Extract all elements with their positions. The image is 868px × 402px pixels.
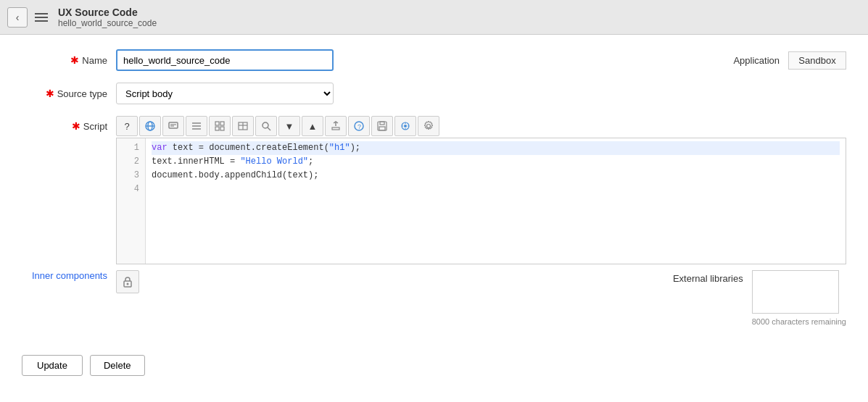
name-label-group: ✱ Name bbox=[22, 54, 116, 66]
svg-point-31 bbox=[427, 125, 431, 128]
header-subtitle: hello_world_source_code bbox=[58, 18, 157, 28]
header-title-area: UX Source Code hello_world_source_code bbox=[58, 7, 157, 28]
external-libraries-input[interactable] bbox=[752, 270, 839, 314]
network-button[interactable] bbox=[394, 116, 416, 136]
code-line-3: document.body.appendChild(text); bbox=[152, 169, 840, 183]
svg-rect-10 bbox=[220, 122, 224, 125]
help2-button[interactable]: ? bbox=[348, 116, 370, 136]
search-button[interactable] bbox=[255, 116, 277, 136]
up-button[interactable]: ▲ bbox=[302, 116, 323, 136]
code-line-2: text.innerHTML = "Hello World"; bbox=[152, 155, 840, 169]
search-icon bbox=[260, 120, 272, 132]
ext-lib-section: 8000 characters remaining bbox=[752, 270, 846, 326]
script-row: ✱ Script ? bbox=[22, 116, 846, 264]
header: ‹ UX Source Code hello_world_source_code bbox=[0, 0, 868, 35]
code-content[interactable]: var text = document.createElement("h1");… bbox=[146, 138, 846, 264]
line-num-1: 1 bbox=[123, 141, 139, 155]
script-toolbar: ? bbox=[116, 116, 846, 136]
source-type-label-group: ✱ Source type bbox=[22, 88, 116, 99]
table-button[interactable] bbox=[232, 116, 254, 136]
line-num-2: 2 bbox=[123, 155, 139, 169]
grid-icon bbox=[214, 120, 226, 132]
network-icon bbox=[400, 120, 411, 132]
svg-point-16 bbox=[263, 122, 268, 128]
back-button[interactable]: ‹ bbox=[7, 7, 28, 28]
delete-button[interactable]: Delete bbox=[90, 355, 145, 376]
script-editor-container: ? bbox=[116, 116, 846, 264]
list-icon bbox=[191, 120, 202, 132]
char-remaining: 8000 characters remaining bbox=[752, 317, 846, 326]
external-libraries-label: External libraries bbox=[673, 270, 743, 284]
name-row: ✱ Name Application Sandbox bbox=[22, 49, 846, 71]
required-star-script: ✱ bbox=[72, 120, 80, 132]
code-line-4 bbox=[152, 183, 840, 196]
list-button[interactable] bbox=[186, 116, 207, 136]
lock-icon bbox=[121, 275, 134, 288]
code-editor[interactable]: 1 2 3 4 var text = document.createElemen… bbox=[116, 138, 846, 264]
code-line-1: var text = document.createElement("h1"); bbox=[152, 141, 840, 155]
comment-button[interactable] bbox=[162, 116, 184, 136]
name-label: Name bbox=[82, 55, 107, 66]
inner-components-row: Inner components External libraries 8000… bbox=[22, 270, 846, 326]
inner-components-label[interactable]: Inner components bbox=[22, 270, 116, 281]
line-numbers: 1 2 3 4 bbox=[117, 138, 146, 264]
table-icon bbox=[237, 120, 249, 132]
script-label-group: ✱ Script bbox=[22, 116, 116, 132]
globe-button[interactable] bbox=[139, 116, 161, 136]
line-num-4: 4 bbox=[123, 183, 139, 196]
svg-point-26 bbox=[404, 125, 407, 127]
svg-rect-9 bbox=[215, 122, 219, 125]
svg-rect-23 bbox=[380, 122, 384, 125]
line-num-3: 3 bbox=[123, 169, 139, 183]
svg-rect-3 bbox=[169, 122, 178, 128]
svg-rect-24 bbox=[379, 127, 385, 130]
source-type-select[interactable]: Script body URL bbox=[116, 83, 334, 104]
svg-rect-18 bbox=[332, 127, 339, 130]
save-button[interactable] bbox=[371, 116, 393, 136]
help2-icon: ? bbox=[353, 120, 365, 132]
settings-icon bbox=[423, 120, 434, 132]
application-value: Sandbox bbox=[788, 51, 846, 70]
main-content: ✱ Name Application Sandbox ✱ Source type… bbox=[0, 35, 868, 340]
export-up-button[interactable] bbox=[325, 116, 347, 136]
source-type-row: ✱ Source type Script body URL bbox=[22, 83, 846, 104]
required-star-source: ✱ bbox=[46, 88, 54, 99]
dropdown-button[interactable]: ▼ bbox=[278, 116, 300, 136]
svg-point-33 bbox=[127, 283, 129, 285]
svg-line-17 bbox=[268, 127, 270, 130]
globe-icon bbox=[144, 120, 156, 132]
settings-button[interactable] bbox=[418, 116, 439, 136]
footer: Update Delete bbox=[0, 343, 868, 388]
name-input[interactable] bbox=[116, 49, 334, 71]
export-icon bbox=[330, 120, 342, 132]
comment-icon bbox=[168, 120, 179, 132]
header-title: UX Source Code bbox=[58, 7, 157, 18]
lock-button[interactable] bbox=[116, 270, 139, 293]
external-libraries-area: External libraries 8000 characters remai… bbox=[673, 270, 846, 326]
svg-text:?: ? bbox=[357, 123, 361, 130]
script-label: Script bbox=[83, 121, 107, 132]
svg-rect-11 bbox=[215, 127, 219, 130]
menu-icon[interactable] bbox=[35, 13, 48, 22]
application-area: Application Sandbox bbox=[733, 51, 846, 70]
svg-rect-12 bbox=[220, 127, 224, 130]
help-button[interactable]: ? bbox=[116, 116, 138, 136]
grid-button[interactable] bbox=[209, 116, 231, 136]
source-type-label: Source type bbox=[57, 88, 107, 99]
back-icon: ‹ bbox=[16, 12, 20, 23]
application-label: Application bbox=[733, 55, 780, 66]
required-star-name: ✱ bbox=[70, 54, 79, 66]
save-icon bbox=[376, 120, 388, 132]
update-button[interactable]: Update bbox=[22, 355, 83, 376]
